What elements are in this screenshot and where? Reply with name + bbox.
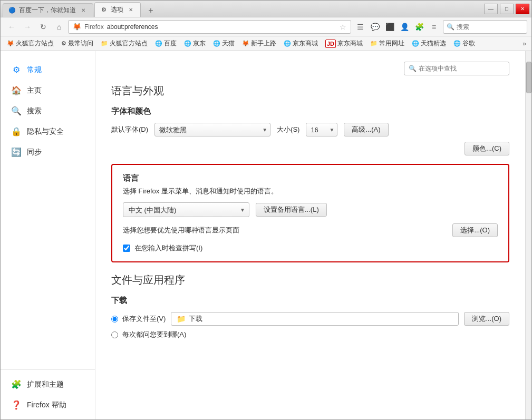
spellcheck-checkbox[interactable] <box>123 245 130 252</box>
back-button[interactable]: ← <box>5 20 18 34</box>
sidebar-item-general[interactable]: ⚙ 常规 <box>1 60 95 80</box>
bookmark-icon-jd3: JD <box>325 40 336 48</box>
bookmark-google[interactable]: 🌐 谷歌 <box>450 38 478 49</box>
fallback-language-button[interactable]: 设置备用语言...(L) <box>256 203 327 217</box>
bookmark-tianmao[interactable]: 🌐 天猫 <box>210 38 238 49</box>
sidebar-label-sync: 同步 <box>27 148 42 157</box>
bookmark-icon-baidu: 🌐 <box>155 40 162 47</box>
reading-list-icon[interactable]: ☰ <box>353 20 367 34</box>
screen-icon[interactable]: ⬛ <box>383 20 396 34</box>
size-select[interactable]: 16 <box>306 123 337 136</box>
menu-icon[interactable]: ≡ <box>427 20 441 34</box>
main-area: ⚙ 常规 🏠 主页 🔍 搜索 🔒 隐私与安全 🔄 同步 <box>1 51 531 419</box>
choose-language-button[interactable]: 选择...(O) <box>452 223 498 237</box>
account-icon[interactable]: 👤 <box>398 20 411 34</box>
search-bar[interactable]: 🔍 <box>443 20 527 34</box>
bookmark-huohu2[interactable]: 📁 火狐官方站点 <box>98 38 151 49</box>
sidebar-item-sync[interactable]: 🔄 同步 <box>1 142 95 162</box>
search-nav-icon: 🔍 <box>11 106 22 116</box>
chat-icon[interactable]: 💬 <box>368 20 382 34</box>
font-select-wrapper: 微软雅黑 ▼ <box>154 123 270 136</box>
close-button[interactable]: ✕ <box>516 4 529 14</box>
bookmarks-more-button[interactable]: » <box>520 39 528 48</box>
nav-right-icons: ☰ 💬 ⬛ 👤 🧩 ≡ <box>353 20 441 34</box>
home-button[interactable]: ⌂ <box>52 20 66 34</box>
bookmark-jd3[interactable]: JD 京东商城 <box>322 38 366 49</box>
font-row: 默认字体(D) 微软雅黑 ▼ 大小(S) 16 ▼ 高级...( <box>111 123 509 136</box>
spellcheck-row: 在您输入时检查拼写(I) <box>123 243 498 253</box>
options-search-input[interactable] <box>419 65 505 72</box>
puzzle-icon: 🧩 <box>11 379 22 389</box>
sidebar-item-help[interactable]: ❓ Firefox 帮助 <box>1 395 95 415</box>
search-input[interactable] <box>457 23 532 31</box>
sidebar-label-addons: 扩展和主题 <box>27 380 64 389</box>
tab-baidu[interactable]: 🔵 百度一下，你就知道 ✕ <box>3 3 93 17</box>
language-select[interactable]: 中文 (中国大陆) <box>123 202 249 217</box>
address-text: about:preferences <box>107 23 336 31</box>
sidebar-item-addons[interactable]: 🧩 扩展和主题 <box>1 374 95 395</box>
sidebar-item-privacy[interactable]: 🔒 隐私与安全 <box>1 121 95 142</box>
tab-prefs[interactable]: ⚙ 选项 ✕ <box>94 2 141 17</box>
scrollbar[interactable] <box>525 51 531 419</box>
tab-label-baidu: 百度一下，你就知道 <box>19 6 76 15</box>
options-search-container: 🔍 <box>111 62 509 75</box>
sidebar: ⚙ 常规 🏠 主页 🔍 搜索 🔒 隐私与安全 🔄 同步 <box>1 51 95 419</box>
bookmark-label-baidu: 百度 <box>164 39 177 48</box>
tab-label-prefs: 选项 <box>111 5 123 14</box>
tab-close-prefs[interactable]: ✕ <box>127 6 135 14</box>
bookmark-label-most: 最常访问 <box>68 39 93 48</box>
minimize-button[interactable]: — <box>484 4 498 14</box>
options-search-box[interactable]: 🔍 <box>404 62 509 75</box>
color-button[interactable]: 颜色...(C) <box>465 142 509 155</box>
bookmark-icon-huohu1: 🦊 <box>7 40 14 47</box>
save-to-option: 保存文件至(V) <box>111 314 166 324</box>
forward-button[interactable]: → <box>21 20 34 34</box>
bookmark-icon-google: 🌐 <box>453 40 461 47</box>
options-search-icon: 🔍 <box>409 65 417 72</box>
each-time-radio[interactable] <box>111 331 118 338</box>
bookmark-jd1[interactable]: 🌐 京东 <box>181 38 209 49</box>
tab-close-baidu[interactable]: ✕ <box>79 6 88 15</box>
language-title: 语言 <box>123 173 498 183</box>
browser-logo-icon: 🦊 <box>73 23 81 31</box>
language-page-label: 选择您想要优先使用哪种语言显示页面 <box>123 226 239 235</box>
bookmark-icon-jd1: 🌐 <box>184 40 191 47</box>
size-select-wrapper: 16 ▼ <box>306 123 337 136</box>
download-folder-box[interactable]: 📁 下载 <box>171 312 459 326</box>
bookmark-most-visited[interactable]: ⚙ 最常访问 <box>58 38 96 49</box>
bookmark-label-tianmao2: 天猫精选 <box>421 39 446 48</box>
bookmark-label-google: 谷歌 <box>462 39 475 48</box>
sidebar-item-search[interactable]: 🔍 搜索 <box>1 101 95 121</box>
bookmark-baidu[interactable]: 🌐 百度 <box>152 38 180 49</box>
scrollbar-thumb[interactable] <box>526 62 531 93</box>
bookmark-label-tianmao: 天猫 <box>222 39 235 48</box>
advanced-button[interactable]: 高级...(A) <box>344 123 388 136</box>
tab-bar: 🔵 百度一下，你就知道 ✕ ⚙ 选项 ✕ + <box>3 1 480 17</box>
bookmark-jd2[interactable]: 🌐 京东商城 <box>280 38 321 49</box>
sidebar-item-home[interactable]: 🏠 主页 <box>1 80 95 101</box>
bookmark-label-huohu1: 火狐官方站点 <box>16 39 54 48</box>
new-tab-button[interactable]: + <box>144 4 158 17</box>
bookmark-newuser[interactable]: 🦊 新手上路 <box>239 38 279 49</box>
address-bar[interactable]: 🦊 Firefox about:preferences ☆ <box>68 20 351 34</box>
extensions-icon[interactable]: 🧩 <box>412 20 426 34</box>
save-to-label: 保存文件至(V) <box>122 314 166 324</box>
spellcheck-label: 在您输入时检查拼写(I) <box>134 243 202 253</box>
browser-label: Firefox <box>84 23 104 31</box>
bookmark-common[interactable]: 📁 常用网址 <box>367 38 408 49</box>
help-icon: ❓ <box>11 400 22 410</box>
bookmark-star-icon[interactable]: ☆ <box>340 23 346 31</box>
window-controls: — □ ✕ <box>484 4 529 14</box>
font-select[interactable]: 微软雅黑 <box>154 123 270 136</box>
navigation-bar: ← → ↻ ⌂ 🦊 Firefox about:preferences ☆ ☰ … <box>1 17 531 36</box>
each-time-option: 每次都问您要到哪(A) <box>111 330 509 339</box>
sidebar-label-home: 主页 <box>27 86 42 95</box>
maximize-button[interactable]: □ <box>500 4 514 14</box>
bookmark-tianmao2[interactable]: 🌐 天猫精选 <box>409 38 449 49</box>
language-select-row: 中文 (中国大陆) ▼ 设置备用语言...(L) <box>123 202 498 217</box>
download-folder-value: 下载 <box>189 314 202 324</box>
save-to-radio[interactable] <box>111 316 118 323</box>
bookmark-huohu1[interactable]: 🦊 火狐官方站点 <box>4 38 57 49</box>
reload-button[interactable]: ↻ <box>36 20 50 34</box>
browse-button[interactable]: 浏览...(O) <box>464 312 509 326</box>
